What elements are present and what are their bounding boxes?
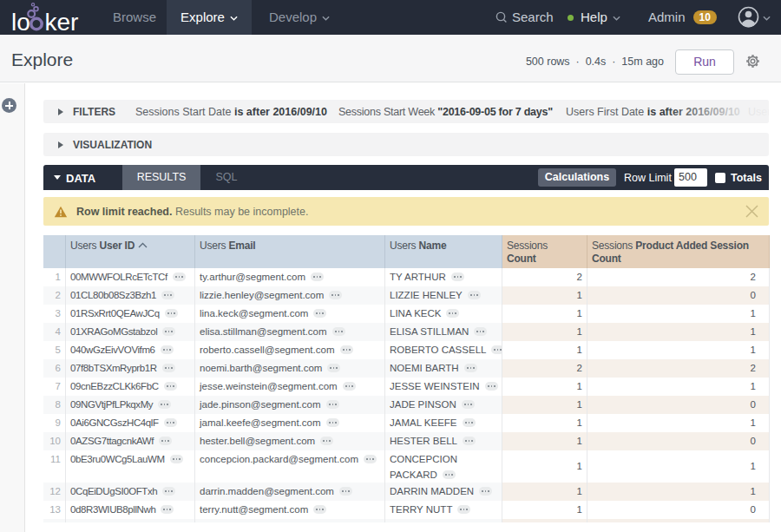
svg-text:ker: ker [45, 9, 79, 35]
